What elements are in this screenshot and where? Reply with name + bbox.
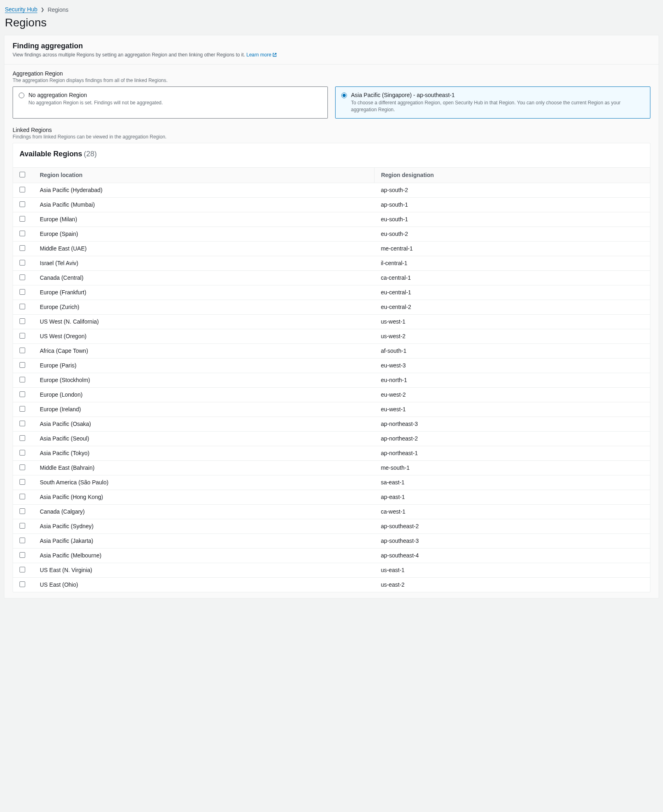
table-row: Asia Pacific (Osaka)ap-northeast-3	[13, 417, 650, 431]
row-checkbox[interactable]	[20, 187, 25, 192]
row-checkbox[interactable]	[20, 274, 25, 280]
cell-region-designation: ap-southeast-2	[374, 519, 650, 533]
table-row: Europe (Spain)eu-south-2	[13, 227, 650, 241]
table-row: Middle East (UAE)me-central-1	[13, 241, 650, 256]
cell-region-designation: ap-southeast-3	[374, 533, 650, 548]
row-checkbox[interactable]	[20, 362, 25, 368]
cell-region-designation: ap-south-1	[374, 197, 650, 212]
row-checkbox[interactable]	[20, 464, 25, 470]
select-all-checkbox[interactable]	[20, 172, 25, 177]
table-row: Asia Pacific (Jakarta)ap-southeast-3	[13, 533, 650, 548]
no-aggregation-title: No aggregation Region	[28, 92, 163, 98]
no-aggregation-desc: No aggregation Region is set. Findings w…	[28, 99, 163, 106]
cell-region-designation: eu-south-2	[374, 227, 650, 241]
row-checkbox[interactable]	[20, 201, 25, 207]
cell-region-location: Europe (Ireland)	[33, 402, 374, 417]
row-checkbox[interactable]	[20, 333, 25, 339]
row-checkbox[interactable]	[20, 552, 25, 558]
cell-region-location: Asia Pacific (Mumbai)	[33, 197, 374, 212]
row-checkbox[interactable]	[20, 216, 25, 222]
row-checkbox[interactable]	[20, 245, 25, 251]
cell-region-designation: ap-east-1	[374, 490, 650, 504]
cell-region-location: Africa (Cape Town)	[33, 343, 374, 358]
table-row: Asia Pacific (Tokyo)ap-northeast-1	[13, 446, 650, 460]
row-checkbox[interactable]	[20, 523, 25, 529]
row-checkbox[interactable]	[20, 260, 25, 266]
cell-region-location: Europe (Frankfurt)	[33, 285, 374, 300]
row-checkbox[interactable]	[20, 377, 25, 382]
breadcrumb-current: Regions	[48, 6, 68, 13]
row-checkbox[interactable]	[20, 538, 25, 543]
no-aggregation-radio-card[interactable]: No aggregation Region No aggregation Reg…	[13, 86, 328, 119]
row-checkbox[interactable]	[20, 508, 25, 514]
cell-region-location: Asia Pacific (Osaka)	[33, 417, 374, 431]
external-link-icon	[272, 52, 277, 57]
learn-more-text: Learn more	[246, 52, 271, 58]
cell-region-location: Asia Pacific (Hong Kong)	[33, 490, 374, 504]
table-row: South America (São Paulo)sa-east-1	[13, 475, 650, 490]
cell-region-designation: eu-west-3	[374, 358, 650, 373]
row-checkbox[interactable]	[20, 304, 25, 309]
table-row: Europe (Milan)eu-south-1	[13, 212, 650, 227]
row-checkbox[interactable]	[20, 231, 25, 236]
cell-region-location: Israel (Tel Aviv)	[33, 256, 374, 270]
selected-region-radio-card[interactable]: Asia Pacific (Singapore) - ap-southeast-…	[335, 86, 650, 119]
cell-region-designation: eu-central-1	[374, 285, 650, 300]
row-checkbox[interactable]	[20, 289, 25, 295]
aggregation-region-sublabel: The aggregation Region displays findings…	[13, 78, 650, 83]
table-row: Asia Pacific (Melbourne)ap-southeast-4	[13, 548, 650, 563]
row-checkbox[interactable]	[20, 348, 25, 353]
radio-icon	[19, 93, 24, 98]
cell-region-location: Europe (Zurich)	[33, 300, 374, 314]
cell-region-location: Asia Pacific (Sydney)	[33, 519, 374, 533]
row-checkbox[interactable]	[20, 581, 25, 587]
panel-desc-text: View findings across multiple Regions by…	[13, 52, 246, 58]
radio-icon	[341, 93, 347, 98]
cell-region-location: Asia Pacific (Tokyo)	[33, 446, 374, 460]
row-checkbox[interactable]	[20, 479, 25, 485]
cell-region-designation: us-east-1	[374, 563, 650, 577]
cell-region-location: US East (N. Virginia)	[33, 563, 374, 577]
cell-region-designation: ap-south-2	[374, 183, 650, 197]
table-row: Canada (Central)ca-central-1	[13, 270, 650, 285]
table-row: Asia Pacific (Sydney)ap-southeast-2	[13, 519, 650, 533]
panel-title: Finding aggregation	[13, 42, 650, 50]
row-checkbox[interactable]	[20, 494, 25, 499]
cell-region-designation: us-west-2	[374, 329, 650, 343]
row-checkbox[interactable]	[20, 421, 25, 426]
row-checkbox[interactable]	[20, 450, 25, 456]
cell-region-designation: eu-north-1	[374, 373, 650, 387]
cell-region-designation: il-central-1	[374, 256, 650, 270]
cell-region-location: Asia Pacific (Jakarta)	[33, 533, 374, 548]
cell-region-designation: ca-west-1	[374, 504, 650, 519]
row-checkbox[interactable]	[20, 391, 25, 397]
aggregation-region-label: Aggregation Region	[13, 70, 650, 77]
cell-region-designation: ca-central-1	[374, 270, 650, 285]
cell-region-location: US West (Oregon)	[33, 329, 374, 343]
column-region-designation[interactable]: Region designation	[374, 167, 650, 183]
cell-region-location: Middle East (Bahrain)	[33, 460, 374, 475]
table-row: US East (N. Virginia)us-east-1	[13, 563, 650, 577]
breadcrumb-root-link[interactable]: Security Hub	[5, 6, 37, 13]
table-row: Europe (Paris)eu-west-3	[13, 358, 650, 373]
cell-region-location: Asia Pacific (Melbourne)	[33, 548, 374, 563]
selected-region-desc: To choose a different aggregation Region…	[351, 99, 644, 113]
cell-region-designation: me-south-1	[374, 460, 650, 475]
cell-region-location: Europe (Spain)	[33, 227, 374, 241]
cell-region-location: Europe (Paris)	[33, 358, 374, 373]
table-row: US East (Ohio)us-east-2	[13, 577, 650, 592]
cell-region-designation: eu-south-1	[374, 212, 650, 227]
panel-description: View findings across multiple Regions by…	[13, 52, 650, 58]
row-checkbox[interactable]	[20, 406, 25, 412]
row-checkbox[interactable]	[20, 435, 25, 441]
row-checkbox[interactable]	[20, 567, 25, 572]
cell-region-designation: eu-west-1	[374, 402, 650, 417]
cell-region-location: Canada (Calgary)	[33, 504, 374, 519]
linked-regions-sublabel: Findings from linked Regions can be view…	[13, 134, 650, 140]
table-count: (28)	[84, 150, 97, 158]
learn-more-link[interactable]: Learn more	[246, 52, 277, 58]
table-row: Europe (Stockholm)eu-north-1	[13, 373, 650, 387]
column-region-location[interactable]: Region location	[33, 167, 374, 183]
row-checkbox[interactable]	[20, 318, 25, 324]
cell-region-location: Middle East (UAE)	[33, 241, 374, 256]
